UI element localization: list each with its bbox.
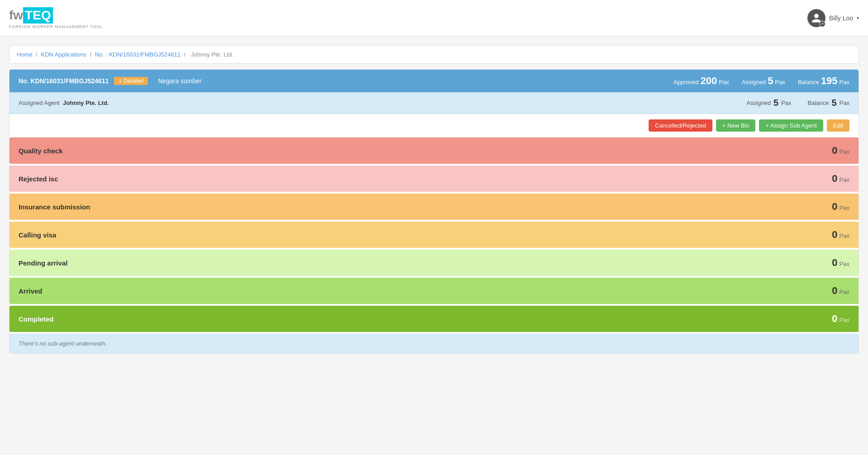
status-count-0: 0 Pax xyxy=(832,145,849,156)
agent-row: Assigned Agent Johnny Pte. Ltd. Assigned… xyxy=(9,92,859,114)
logo-block: fw TEQ FOREIGN WORKER MANAGEMENT TOOL xyxy=(9,7,103,29)
status-label-5: Arrived xyxy=(19,287,43,295)
status-row-3[interactable]: Calling visa 0 Pax xyxy=(9,222,859,248)
status-count-2: 0 Pax xyxy=(832,201,849,213)
status-row-0[interactable]: Quality check 0 Pax xyxy=(9,137,859,164)
badge-label: Detailed xyxy=(123,78,143,84)
edit-button[interactable]: Edit xyxy=(827,119,849,132)
breadcrumb-kdn-number[interactable]: No. : KDN/16031/FMBGJ524611 xyxy=(95,51,180,58)
status-label-6: Completed xyxy=(19,315,54,323)
new-bio-button[interactable]: + New Bio xyxy=(716,119,756,132)
sub-agent-notice: There's no sub-agent underneath. xyxy=(9,334,859,353)
count-pax-3: Pax xyxy=(840,232,849,239)
status-row-5[interactable]: Arrived 0 Pax xyxy=(9,278,859,304)
status-count-1: 0 Pax xyxy=(832,173,849,185)
user-area[interactable]: + Billy Loo ▾ xyxy=(807,9,859,27)
header: fw TEQ FOREIGN WORKER MANAGEMENT TOOL + … xyxy=(0,0,868,36)
detailed-badge[interactable]: ≡ Detailed xyxy=(114,77,148,85)
agent-assigned-number: 5 xyxy=(773,98,778,108)
status-row-4[interactable]: Pending arrival 0 Pax xyxy=(9,250,859,276)
count-pax-0: Pax xyxy=(840,148,849,155)
count-num-2: 0 xyxy=(832,201,837,213)
assign-sub-agent-button[interactable]: + Assign Sub Agent xyxy=(759,119,823,132)
agent-balance-label: Balance xyxy=(807,100,829,106)
breadcrumb-sep1: / xyxy=(36,51,39,58)
status-row-2[interactable]: Insurance submission 0 Pax xyxy=(9,194,859,220)
status-label-2: Insurance submission xyxy=(19,203,90,211)
approved-label: Approved xyxy=(674,79,699,85)
status-label-1: Rejected isc xyxy=(19,175,58,183)
count-num-0: 0 xyxy=(832,145,837,156)
count-num-3: 0 xyxy=(832,229,837,241)
count-pax-6: Pax xyxy=(840,317,849,323)
negara-label: Negara sumber xyxy=(158,77,202,85)
agent-stats: Assigned 5 Pax Balance 5 Pax xyxy=(746,98,849,108)
count-pax-5: Pax xyxy=(840,289,849,295)
status-label-0: Quality check xyxy=(19,147,63,155)
balance-number: 195 xyxy=(821,75,838,87)
balance-stat: Balance 195 Pax xyxy=(798,75,849,87)
agent-balance-pax: Pax xyxy=(840,100,849,106)
agent-balance-number: 5 xyxy=(831,98,836,108)
status-count-6: 0 Pax xyxy=(832,313,849,325)
approved-number: 200 xyxy=(701,75,717,87)
agent-name: Johnny Pte. Ltd. xyxy=(63,100,109,106)
logo-subtitle: FOREIGN WORKER MANAGEMENT TOOL xyxy=(9,24,103,29)
assigned-number: 5 xyxy=(768,75,773,87)
assigned-stat: Assigned 5 Pax xyxy=(742,75,785,87)
status-row-6[interactable]: Completed 0 Pax xyxy=(9,306,859,332)
logo-fw: fw xyxy=(9,8,23,23)
breadcrumb-sep3: / xyxy=(184,51,187,58)
cancelled-rejected-button[interactable]: Cancelled/Rejected xyxy=(649,119,712,132)
count-num-1: 0 xyxy=(832,173,837,185)
status-label-4: Pending arrival xyxy=(19,259,67,267)
action-row: Cancelled/Rejected + New Bio + Assign Su… xyxy=(9,114,859,137)
logo-area: fw TEQ FOREIGN WORKER MANAGEMENT TOOL xyxy=(9,7,103,29)
count-pax-1: Pax xyxy=(840,176,849,183)
content-wrapper: No. KDN/16031/FMBGJ524611 ≡ Detailed Neg… xyxy=(9,69,859,354)
logo-teq: TEQ xyxy=(23,7,53,24)
user-badge: + xyxy=(819,21,825,27)
status-label-3: Calling visa xyxy=(19,231,56,239)
status-count-5: 0 Pax xyxy=(832,285,849,297)
assigned-pax: Pax xyxy=(775,79,785,85)
main-content: Home / KDN Applications / No. : KDN/1603… xyxy=(0,36,868,363)
assigned-label: Assigned xyxy=(742,79,766,85)
breadcrumb-kdn-applications[interactable]: KDN Applications xyxy=(41,51,86,58)
breadcrumb-sep2: / xyxy=(90,51,93,58)
status-count-4: 0 Pax xyxy=(832,257,849,269)
count-num-5: 0 xyxy=(832,285,837,297)
avatar: + xyxy=(807,9,825,27)
user-dropdown-arrow: ▾ xyxy=(857,15,859,20)
approved-pax: Pax xyxy=(719,79,729,85)
approved-stat: Approved 200 Pax xyxy=(674,75,729,87)
count-num-4: 0 xyxy=(832,257,837,269)
status-section: Quality check 0 Pax Rejected isc 0 Pax I… xyxy=(9,137,859,332)
agent-assigned-label: Assigned xyxy=(746,100,770,106)
breadcrumb-company: Johnny Pte. Ltd. xyxy=(191,51,233,58)
assigned-agent-label: Assigned Agent xyxy=(19,100,59,106)
breadcrumb: Home / KDN Applications / No. : KDN/1603… xyxy=(9,45,859,64)
application-bar: No. KDN/16031/FMBGJ524611 ≡ Detailed Neg… xyxy=(9,70,859,92)
status-row-1[interactable]: Rejected isc 0 Pax xyxy=(9,166,859,192)
balance-pax: Pax xyxy=(840,79,849,85)
count-pax-2: Pax xyxy=(840,204,849,211)
kdn-number: No. KDN/16031/FMBGJ524611 xyxy=(19,77,109,85)
count-pax-4: Pax xyxy=(840,261,849,267)
agent-assigned-pax: Pax xyxy=(781,100,791,106)
badge-icon: ≡ xyxy=(119,78,122,84)
breadcrumb-home[interactable]: Home xyxy=(17,51,33,58)
balance-label: Balance xyxy=(798,79,819,85)
user-name: Billy Loo xyxy=(829,14,853,22)
status-count-3: 0 Pax xyxy=(832,229,849,241)
stats-area: Approved 200 Pax Assigned 5 Pax Balance … xyxy=(674,75,849,87)
count-num-6: 0 xyxy=(832,313,837,325)
sub-agent-notice-text: There's no sub-agent underneath. xyxy=(19,340,107,347)
